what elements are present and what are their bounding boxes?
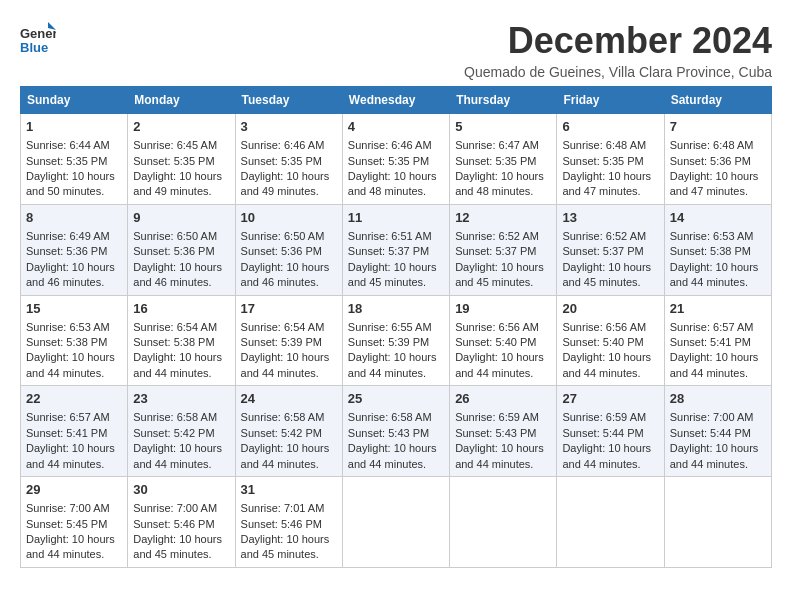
day-number: 19 [455, 300, 551, 318]
daylight-text: Daylight: 10 hours and 48 minutes. [348, 170, 437, 197]
day-number: 28 [670, 390, 766, 408]
sunset-text: Sunset: 5:44 PM [562, 427, 643, 439]
table-row: 15Sunrise: 6:53 AMSunset: 5:38 PMDayligh… [21, 295, 128, 386]
sunrise-text: Sunrise: 6:58 AM [133, 411, 217, 423]
table-row: 31Sunrise: 7:01 AMSunset: 5:46 PMDayligh… [235, 477, 342, 568]
day-number: 20 [562, 300, 658, 318]
sunset-text: Sunset: 5:41 PM [670, 336, 751, 348]
daylight-text: Daylight: 10 hours and 44 minutes. [26, 442, 115, 469]
sunrise-text: Sunrise: 6:55 AM [348, 321, 432, 333]
sunset-text: Sunset: 5:44 PM [670, 427, 751, 439]
sunrise-text: Sunrise: 6:52 AM [562, 230, 646, 242]
sunrise-text: Sunrise: 6:57 AM [670, 321, 754, 333]
sunrise-text: Sunrise: 6:45 AM [133, 139, 217, 151]
daylight-text: Daylight: 10 hours and 45 minutes. [455, 261, 544, 288]
table-row: 22Sunrise: 6:57 AMSunset: 5:41 PMDayligh… [21, 386, 128, 477]
daylight-text: Daylight: 10 hours and 45 minutes. [133, 533, 222, 560]
sunset-text: Sunset: 5:43 PM [348, 427, 429, 439]
day-number: 2 [133, 118, 229, 136]
day-number: 13 [562, 209, 658, 227]
calendar-week-row: 22Sunrise: 6:57 AMSunset: 5:41 PMDayligh… [21, 386, 772, 477]
day-number: 24 [241, 390, 337, 408]
table-row: 23Sunrise: 6:58 AMSunset: 5:42 PMDayligh… [128, 386, 235, 477]
sunrise-text: Sunrise: 6:50 AM [241, 230, 325, 242]
daylight-text: Daylight: 10 hours and 47 minutes. [562, 170, 651, 197]
daylight-text: Daylight: 10 hours and 44 minutes. [133, 442, 222, 469]
daylight-text: Daylight: 10 hours and 44 minutes. [348, 351, 437, 378]
day-number: 6 [562, 118, 658, 136]
day-number: 10 [241, 209, 337, 227]
month-title: December 2024 [464, 20, 772, 62]
sunset-text: Sunset: 5:39 PM [241, 336, 322, 348]
svg-text:Blue: Blue [20, 40, 48, 55]
sunset-text: Sunset: 5:35 PM [26, 155, 107, 167]
sunset-text: Sunset: 5:40 PM [562, 336, 643, 348]
sunset-text: Sunset: 5:37 PM [562, 245, 643, 257]
daylight-text: Daylight: 10 hours and 44 minutes. [562, 351, 651, 378]
sunrise-text: Sunrise: 6:56 AM [455, 321, 539, 333]
day-number: 17 [241, 300, 337, 318]
day-number: 14 [670, 209, 766, 227]
table-row: 26Sunrise: 6:59 AMSunset: 5:43 PMDayligh… [450, 386, 557, 477]
location-subtitle: Quemado de Gueines, Villa Clara Province… [464, 64, 772, 80]
table-row [342, 477, 449, 568]
day-number: 26 [455, 390, 551, 408]
sunset-text: Sunset: 5:37 PM [455, 245, 536, 257]
sunset-text: Sunset: 5:40 PM [455, 336, 536, 348]
daylight-text: Daylight: 10 hours and 44 minutes. [241, 442, 330, 469]
sunrise-text: Sunrise: 6:46 AM [241, 139, 325, 151]
sunset-text: Sunset: 5:35 PM [348, 155, 429, 167]
sunrise-text: Sunrise: 6:59 AM [562, 411, 646, 423]
daylight-text: Daylight: 10 hours and 46 minutes. [133, 261, 222, 288]
calendar-week-row: 8Sunrise: 6:49 AMSunset: 5:36 PMDaylight… [21, 204, 772, 295]
day-number: 12 [455, 209, 551, 227]
daylight-text: Daylight: 10 hours and 46 minutes. [241, 261, 330, 288]
sunset-text: Sunset: 5:42 PM [133, 427, 214, 439]
title-block: December 2024 Quemado de Gueines, Villa … [464, 20, 772, 80]
table-row [557, 477, 664, 568]
sunrise-text: Sunrise: 6:58 AM [241, 411, 325, 423]
sunrise-text: Sunrise: 7:01 AM [241, 502, 325, 514]
table-row: 2Sunrise: 6:45 AMSunset: 5:35 PMDaylight… [128, 114, 235, 205]
col-sunday: Sunday [21, 87, 128, 114]
daylight-text: Daylight: 10 hours and 44 minutes. [26, 533, 115, 560]
sunset-text: Sunset: 5:36 PM [670, 155, 751, 167]
daylight-text: Daylight: 10 hours and 44 minutes. [455, 442, 544, 469]
col-tuesday: Tuesday [235, 87, 342, 114]
table-row: 28Sunrise: 7:00 AMSunset: 5:44 PMDayligh… [664, 386, 771, 477]
daylight-text: Daylight: 10 hours and 45 minutes. [241, 533, 330, 560]
logo: General Blue [20, 20, 56, 56]
day-number: 4 [348, 118, 444, 136]
day-number: 23 [133, 390, 229, 408]
sunrise-text: Sunrise: 6:50 AM [133, 230, 217, 242]
table-row: 4Sunrise: 6:46 AMSunset: 5:35 PMDaylight… [342, 114, 449, 205]
sunset-text: Sunset: 5:38 PM [133, 336, 214, 348]
sunset-text: Sunset: 5:35 PM [562, 155, 643, 167]
sunset-text: Sunset: 5:46 PM [133, 518, 214, 530]
daylight-text: Daylight: 10 hours and 44 minutes. [348, 442, 437, 469]
table-row: 1Sunrise: 6:44 AMSunset: 5:35 PMDaylight… [21, 114, 128, 205]
daylight-text: Daylight: 10 hours and 44 minutes. [455, 351, 544, 378]
table-row: 18Sunrise: 6:55 AMSunset: 5:39 PMDayligh… [342, 295, 449, 386]
table-row: 20Sunrise: 6:56 AMSunset: 5:40 PMDayligh… [557, 295, 664, 386]
day-number: 31 [241, 481, 337, 499]
daylight-text: Daylight: 10 hours and 44 minutes. [241, 351, 330, 378]
day-number: 9 [133, 209, 229, 227]
sunset-text: Sunset: 5:46 PM [241, 518, 322, 530]
daylight-text: Daylight: 10 hours and 46 minutes. [26, 261, 115, 288]
sunrise-text: Sunrise: 6:51 AM [348, 230, 432, 242]
sunset-text: Sunset: 5:37 PM [348, 245, 429, 257]
sunrise-text: Sunrise: 6:46 AM [348, 139, 432, 151]
table-row: 7Sunrise: 6:48 AMSunset: 5:36 PMDaylight… [664, 114, 771, 205]
day-number: 1 [26, 118, 122, 136]
sunset-text: Sunset: 5:45 PM [26, 518, 107, 530]
sunrise-text: Sunrise: 6:49 AM [26, 230, 110, 242]
sunrise-text: Sunrise: 6:44 AM [26, 139, 110, 151]
sunset-text: Sunset: 5:42 PM [241, 427, 322, 439]
sunrise-text: Sunrise: 6:56 AM [562, 321, 646, 333]
sunset-text: Sunset: 5:36 PM [241, 245, 322, 257]
day-number: 22 [26, 390, 122, 408]
day-number: 16 [133, 300, 229, 318]
day-number: 3 [241, 118, 337, 136]
calendar-week-row: 15Sunrise: 6:53 AMSunset: 5:38 PMDayligh… [21, 295, 772, 386]
